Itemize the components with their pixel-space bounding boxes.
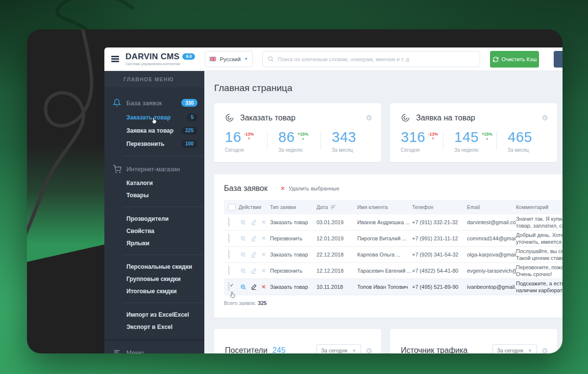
delta-up: +15%▲ [297,132,308,140]
view-button[interactable] [240,252,246,258]
delete-button[interactable]: ✕ [261,284,266,290]
language-selector[interactable]: Русский ▼ [205,51,253,67]
view-button[interactable] [240,219,246,226]
table-row[interactable]: ✕ Заказать товар 03.01.2019 Иванов Андрю… [224,214,563,231]
sidebar-item-export-excel[interactable]: Экспорт в Excel [104,321,204,333]
gear-icon[interactable]: ⚙ [366,347,372,354]
refresh-icon [492,56,499,63]
sidebar-item-labels[interactable]: Ярлыки [104,237,204,249]
top-header: DARVIN CMS 6.0 Система управления контен… [104,47,563,71]
sidebar-item-online-shop[interactable]: Интернет-магазин [104,162,204,177]
divider [123,255,204,255]
stat-value: 86 [278,130,294,144]
menu-toggle-button[interactable] [111,55,119,64]
logo: DARVIN CMS 6.0 Система управления контен… [125,52,195,66]
delta-up: +15%▲ [482,132,492,140]
stat-label: За неделю [278,147,317,153]
logo-title: DARVIN CMS [125,52,179,61]
clear-cache-button[interactable]: Очистить Кэш [490,51,539,68]
table-row[interactable]: ✕ Перезвонить 12.12.2018 Тарасевич Евген… [224,263,563,279]
column-header: Имя клиента [357,204,412,210]
stat-card-product-request: Заявка на товар ⚙ 316 -13%▼ Сегодня [390,103,557,162]
sidebar-item-personal-discounts[interactable]: Персональные скидки [104,260,204,273]
stat-value: 316 [401,130,425,144]
search-input[interactable] [278,56,475,62]
divider [496,131,497,150]
delete-button[interactable]: ✕ [261,252,266,257]
stat-label: За месяц [508,147,546,153]
stat-label: За месяц [332,147,370,153]
delete-selected-button[interactable]: ✕ Удалить выбранные [280,185,340,192]
delete-button[interactable]: ✕ [261,219,266,225]
row-actions: ✕ [240,252,270,258]
sidebar-item-products[interactable]: Товары [104,189,204,201]
partial-header-button[interactable] [554,51,563,68]
divider [123,303,204,303]
edit-button[interactable] [251,219,257,225]
sidebar-item-order-product[interactable]: Заказать товар 5 [104,111,204,124]
view-button[interactable] [240,268,246,274]
sidebar-item-catalogs[interactable]: Каталоги [104,177,204,189]
sidebar-item-import-excel[interactable]: Импорт из ExcelExcel [104,308,204,321]
stat-card-title: Заявка на товар [416,114,475,122]
sidebar-item-total-discounts[interactable]: Итоговые скидки [104,285,204,297]
clear-cache-label: Очистить Кэш [502,56,537,62]
gear-icon[interactable]: ⚙ [542,114,548,121]
sort-icon[interactable] [331,205,336,210]
edit-button[interactable] [251,252,257,257]
delete-x-icon: ✕ [280,185,285,192]
gear-icon[interactable]: ⚙ [542,347,548,354]
column-header: Действия [239,204,270,210]
menu-list-icon [113,349,122,353]
language-label: Русский [220,56,241,62]
version-badge: 6.0 [182,53,195,60]
row-checkbox[interactable] [228,250,229,259]
select-all-checkbox[interactable] [228,204,236,211]
table-row-selected[interactable]: ✕ Заказать товар 10.11.2018 Топов Иван Т… [224,279,563,295]
sidebar-item-call-back[interactable]: Перезвонить 100 [104,137,204,150]
gear-icon[interactable]: ⚙ [366,114,372,121]
row-checkbox-checked[interactable] [228,282,229,291]
stat-value: 16 [225,130,241,144]
sidebar-item-properties[interactable]: Свойства [104,225,204,237]
table-row[interactable]: ✕ Заказать товар 22.12.2018 Карпова Ольг… [224,247,563,263]
arrow-up-icon: ▲ [486,137,489,140]
cms-application: DARVIN CMS 6.0 Система управления контен… [104,47,563,353]
sidebar-item-label: База заявок [126,99,162,107]
stat-card-title: Заказать товар [240,114,295,122]
logo-subtitle: Система управления контентом [125,62,195,66]
row-actions: ✕ [240,268,270,274]
row-checkbox[interactable] [228,217,229,227]
delete-button[interactable]: ✕ [261,235,266,241]
sidebar-item-menu[interactable]: Меню [104,346,204,353]
edit-button[interactable] [251,268,257,274]
edit-button[interactable] [251,235,257,241]
sidebar-section-title: ГЛАВНОЕ МЕНЮ [104,71,204,88]
sidebar-item-label: Интернет-магазин [126,165,180,173]
period-select[interactable]: За сегодня ▼ [317,344,361,353]
stat-label: За неделю [454,147,492,153]
edit-button[interactable] [251,284,257,290]
sidebar-item-product-request[interactable]: Заявка на товар 225 [104,124,204,137]
sidebar-item-requests-db[interactable]: База заявок 330 [104,95,204,111]
divider [123,156,204,156]
column-header-date: Дата [317,204,357,210]
card-title: Источник трафика [401,346,467,353]
view-button[interactable] [240,235,246,242]
table-total: Всего заявок:325 [224,300,563,306]
bottom-cards-row: Посетители 245 За сегодня ▼ ⚙ Источник т… [214,329,563,353]
view-button[interactable] [240,284,246,290]
table-row[interactable]: ✕ Перезвонить 12.01.2019 Пирогов Виталий… [224,231,563,247]
delta-down: -13%▼ [428,132,438,140]
sidebar-item-label: Меню [126,349,144,353]
delete-button[interactable]: ✕ [261,268,266,274]
row-actions: ✕ [240,235,270,242]
sidebar-item-group-discounts[interactable]: Групповые скидки [104,273,204,285]
row-actions: ✕ [240,219,270,226]
row-checkbox[interactable] [228,266,229,275]
row-checkbox[interactable] [228,234,229,243]
stat-card-order-product: Заказать товар ⚙ 16 -13%▼ Сегодня [214,103,381,162]
sidebar-item-manufacturers[interactable]: Прозводители [104,212,204,225]
stat-value: 145 [454,130,479,144]
period-select[interactable]: За сегодня ▼ [492,344,537,353]
